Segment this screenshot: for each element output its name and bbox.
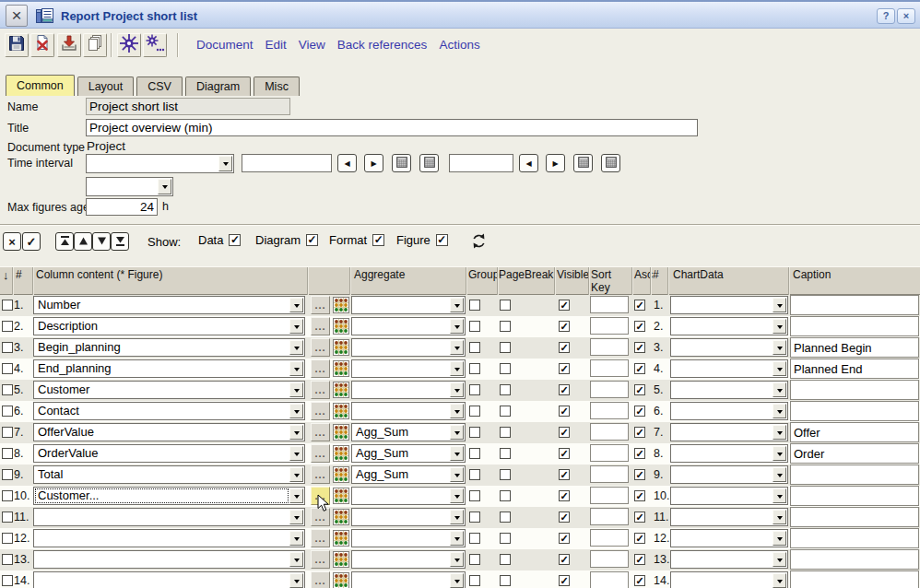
ellipsis-button[interactable]: ... [311,296,330,314]
chartdata-dropdown[interactable] [670,402,788,420]
chartdata-dropdown[interactable] [670,508,788,526]
sort-key-input[interactable] [590,338,629,356]
color-grid-icon[interactable] [333,424,349,441]
color-grid-icon[interactable] [333,572,349,588]
figure-checkbox[interactable]: ✓ [436,234,448,246]
row-select-checkbox[interactable] [2,363,13,374]
chevron-down-icon[interactable] [773,531,786,546]
aggregate-dropdown[interactable]: Agg_Sum [351,423,466,441]
caption-input[interactable] [790,316,919,336]
asc-checkbox[interactable]: ✓ [634,490,645,501]
next-date-button[interactable]: ▶ [546,154,565,172]
aggregate-dropdown[interactable] [351,359,466,378]
visible-checkbox[interactable]: ✓ [559,575,570,586]
chevron-down-icon[interactable] [450,573,464,588]
group-checkbox[interactable] [469,448,480,459]
tab-misc[interactable]: Misc [254,76,300,96]
tab-diagram[interactable]: Diagram [185,76,251,96]
chevron-down-icon[interactable] [289,425,303,440]
group-checkbox[interactable] [469,321,480,332]
copy-button[interactable] [83,33,107,57]
calendar-button[interactable] [573,154,593,172]
row-select-checkbox[interactable] [2,533,13,544]
color-grid-icon[interactable] [333,488,349,504]
row-select-checkbox[interactable] [2,554,13,565]
asc-checkbox[interactable]: ✓ [634,512,645,523]
sort-key-input[interactable] [590,381,629,398]
asc-checkbox[interactable]: ✓ [634,363,645,374]
chevron-down-icon[interactable] [773,488,786,503]
visible-checkbox[interactable]: ✓ [559,406,570,417]
chevron-down-icon[interactable] [289,361,303,376]
color-grid-icon[interactable] [333,382,349,398]
column-content-dropdown[interactable]: Contact [33,402,305,420]
row-select-checkbox[interactable] [2,406,13,417]
max-figures-age-input[interactable] [86,198,158,216]
pagebreak-checkbox[interactable] [500,512,511,523]
chevron-down-icon[interactable] [289,510,303,524]
color-grid-icon[interactable] [333,297,349,313]
aggregate-dropdown[interactable] [351,296,466,314]
save-button[interactable] [5,33,29,57]
data-checkbox[interactable]: ✓ [229,234,241,246]
chevron-down-icon[interactable] [218,156,232,171]
back-references-more-button[interactable] [143,33,167,57]
sort-key-input[interactable] [590,487,629,504]
pagebreak-checkbox[interactable] [500,363,511,374]
row-select-checkbox[interactable] [2,384,13,395]
tab-csv[interactable]: CSV [136,76,183,96]
chartdata-dropdown[interactable] [670,296,788,314]
aggregate-dropdown[interactable] [351,338,466,357]
detach-close-button[interactable]: × [6,5,28,27]
chevron-down-icon[interactable] [773,319,786,334]
name-field[interactable] [86,98,290,115]
check-all-button[interactable]: ✓ [22,232,41,251]
ellipsis-button[interactable]: ... [311,465,330,484]
pagebreak-checkbox[interactable] [500,406,511,417]
visible-checkbox[interactable]: ✓ [559,427,570,438]
caption-input[interactable] [790,295,919,315]
chevron-down-icon[interactable] [773,361,786,376]
color-grid-icon[interactable] [333,509,349,525]
sort-key-input[interactable] [590,571,629,588]
ellipsis-button[interactable]: ... [311,423,330,441]
aggregate-dropdown[interactable] [351,381,466,399]
chevron-down-icon[interactable] [773,340,786,355]
title-field[interactable] [86,119,698,136]
caption-input[interactable] [790,443,919,464]
chevron-down-icon[interactable] [289,382,303,397]
chartdata-dropdown[interactable] [670,423,788,441]
pagebreak-checkbox[interactable] [500,342,511,353]
column-content-dropdown[interactable]: Number [33,296,305,314]
chevron-down-icon[interactable] [450,319,464,334]
sort-key-input[interactable] [590,529,629,547]
color-grid-icon[interactable] [333,551,349,568]
chevron-down-icon[interactable] [450,446,464,461]
caption-input[interactable] [790,422,919,442]
move-to-top-button[interactable] [55,232,74,251]
diagram-checkbox[interactable]: ✓ [306,234,318,246]
chartdata-dropdown[interactable] [670,465,788,484]
format-checkbox[interactable]: ✓ [372,234,384,246]
caption-input[interactable] [790,337,919,358]
group-checkbox[interactable] [469,363,480,374]
asc-checkbox[interactable]: ✓ [634,554,645,565]
menu-view[interactable]: View [299,38,325,52]
asc-checkbox[interactable]: ✓ [634,321,645,332]
chevron-down-icon[interactable] [450,404,464,418]
color-grid-icon[interactable] [333,318,349,335]
chevron-down-icon[interactable] [773,382,786,397]
asc-checkbox[interactable]: ✓ [634,575,645,586]
column-content-dropdown[interactable]: OfferValue [33,423,305,441]
chevron-down-icon[interactable] [773,573,786,588]
chartdata-dropdown[interactable] [670,529,788,547]
group-checkbox[interactable] [469,469,480,480]
ellipsis-button[interactable]: ... [311,550,330,569]
column-content-dropdown[interactable] [33,571,305,588]
calendar-button[interactable] [392,154,411,172]
chartdata-dropdown[interactable] [670,487,788,505]
move-down-button[interactable] [92,232,111,251]
caption-input[interactable] [790,486,919,506]
caption-input[interactable] [790,401,919,421]
sort-direction-icon[interactable]: ↓ [3,269,9,282]
